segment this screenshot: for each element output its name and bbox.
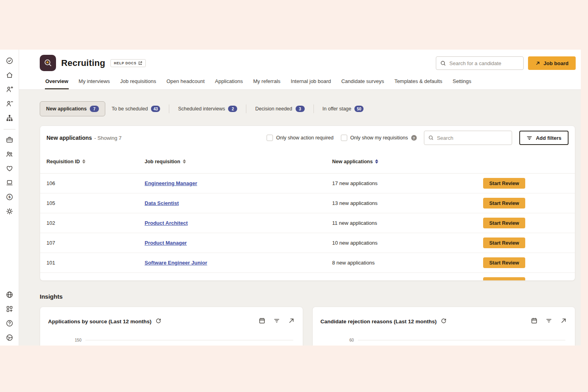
column-new-applications[interactable]: New applications — [332, 159, 483, 164]
table-row: 101 Software Engineer Junior 8 new appli… — [40, 253, 575, 273]
filter-icon[interactable] — [273, 317, 280, 325]
home-icon[interactable] — [3, 69, 16, 81]
gridline — [85, 340, 293, 340]
briefcase-icon[interactable] — [3, 133, 16, 146]
sort-icon[interactable] — [183, 159, 186, 164]
start-review-button[interactable]: Start Review — [483, 218, 525, 228]
table-toolbar: New applications - Showing 7 Only show a… — [40, 126, 575, 150]
column-requisition-id[interactable]: Requisition ID — [46, 159, 145, 164]
requisition-id: 106 — [46, 180, 145, 186]
help-icon[interactable] — [3, 317, 16, 330]
heart-icon[interactable] — [3, 162, 16, 175]
table-header-row: Requisition ID Job requisition New appli… — [40, 150, 575, 174]
table-search-input[interactable] — [437, 135, 501, 141]
checkbox-action-required[interactable]: Only show action required — [267, 135, 334, 141]
apps-add-icon[interactable] — [3, 303, 16, 315]
tab-candidate-surveys[interactable]: Candidate surveys — [341, 75, 385, 89]
table-row: 106 Engineering Manager 17 new applicati… — [40, 174, 575, 193]
new-applications-count: 8 new applications — [332, 260, 483, 266]
help-docs-label: HELP DOCS — [114, 61, 137, 65]
user-remove-icon[interactable] — [3, 97, 16, 110]
stage-in-offer-stage[interactable]: In offer stage 50 — [316, 101, 370, 116]
stage-new-applications[interactable]: New applications 7 — [40, 101, 105, 116]
add-filters-button[interactable]: Add filters — [519, 131, 569, 145]
stage-count-badge: 50 — [354, 106, 364, 112]
gear-icon[interactable] — [3, 205, 16, 218]
calendar-icon[interactable] — [531, 317, 538, 325]
filter-icon[interactable] — [545, 317, 552, 325]
chart-title: Candidate rejection reasons (Last 12 mon… — [321, 319, 437, 324]
tab-templates-defaults[interactable]: Templates & defaults — [394, 75, 443, 89]
stage-divider — [246, 104, 246, 113]
stage-decision-needed[interactable]: Decision needed 3 — [249, 101, 311, 116]
content-area: New applications 7 To be scheduled 43 Sc… — [19, 90, 581, 346]
tab-my-interviews[interactable]: My interviews — [78, 75, 110, 89]
tab-settings[interactable]: Settings — [452, 75, 472, 89]
gridline — [358, 340, 566, 340]
stage-to-be-scheduled[interactable]: To be scheduled 43 — [105, 101, 166, 116]
job-requisition-link[interactable]: Data Scientist — [145, 200, 179, 206]
brand: Recruiting HELP DOCS — [40, 55, 146, 71]
stage-scheduled-interviews[interactable]: Scheduled interviews 2 — [172, 101, 244, 116]
checkbox-my-requisitions[interactable]: Only show my requisitions — [341, 135, 408, 141]
table-row: 107 Product Manager 10 new applications … — [40, 233, 575, 253]
job-requisition-link[interactable]: Product Architect — [145, 220, 188, 226]
candidate-search-input[interactable] — [449, 60, 513, 66]
column-job-requisition[interactable]: Job requisition — [145, 159, 332, 164]
question-tooltip-icon[interactable]: ? — [411, 135, 417, 141]
tab-internal-job-board[interactable]: Internal job board — [290, 75, 331, 89]
arrow-up-right-icon — [535, 61, 540, 66]
laptop-icon[interactable] — [3, 176, 16, 189]
refresh-icon[interactable] — [441, 318, 447, 325]
checkbox-label: Only show my requisitions — [350, 135, 408, 141]
user-add-icon[interactable] — [3, 83, 16, 96]
tab-open-headcount[interactable]: Open headcount — [166, 75, 205, 89]
globe-icon[interactable] — [3, 288, 16, 301]
help-docs-button[interactable]: HELP DOCS — [110, 59, 146, 67]
search-icon — [440, 60, 446, 66]
expand-icon[interactable] — [288, 317, 295, 325]
app-window: $ Recruiting HELP DOCS — [0, 50, 581, 346]
world-icon[interactable] — [3, 331, 16, 344]
y-axis-tick: 150 — [71, 338, 81, 342]
search-icon — [428, 135, 434, 141]
checkbox-box[interactable] — [341, 135, 347, 141]
app-header: Recruiting HELP DOCS Job board Overview … — [19, 50, 581, 90]
new-applications-count: 17 new applications — [332, 180, 483, 186]
job-board-label: Job board — [544, 60, 569, 66]
start-review-button[interactable]: Start Review — [483, 277, 525, 281]
new-applications-count: 10 new applications — [332, 240, 483, 246]
tab-my-referrals[interactable]: My referrals — [253, 75, 281, 89]
checkbox-label: Only show action required — [276, 135, 334, 141]
org-chart-icon[interactable] — [3, 112, 16, 124]
stage-filter-row: New applications 7 To be scheduled 43 Sc… — [40, 101, 575, 116]
page-background: $ Recruiting HELP DOCS — [0, 0, 588, 392]
tab-overview[interactable]: Overview — [45, 75, 69, 89]
requisition-id: 101 — [46, 260, 145, 266]
calendar-icon[interactable] — [259, 317, 265, 325]
refresh-icon[interactable] — [155, 318, 161, 325]
start-review-button[interactable]: Start Review — [483, 198, 525, 209]
sort-icon[interactable] — [82, 159, 85, 164]
dollar-icon[interactable]: $ — [3, 191, 16, 203]
job-requisition-link[interactable]: Engineering Manager — [145, 180, 197, 186]
job-requisition-link[interactable]: Software Engineer Junior — [145, 260, 207, 266]
check-circle-icon[interactable] — [3, 54, 16, 67]
start-review-button[interactable]: Start Review — [483, 238, 525, 248]
tab-applications[interactable]: Applications — [215, 75, 243, 89]
job-board-button[interactable]: Job board — [528, 56, 576, 70]
sort-icon-active[interactable] — [375, 159, 378, 164]
people-icon[interactable] — [3, 148, 16, 160]
stage-count-badge: 7 — [90, 106, 99, 112]
requisition-id: 102 — [46, 220, 145, 226]
stage-count-badge: 43 — [151, 106, 160, 112]
tab-job-requisitions[interactable]: Job requisitions — [120, 75, 157, 89]
start-review-button[interactable]: Start Review — [483, 178, 525, 189]
table-subtitle: - Showing 7 — [94, 135, 122, 141]
stage-divider — [169, 104, 169, 113]
job-requisition-link[interactable]: Product Manager — [145, 240, 187, 246]
start-review-button[interactable]: Start Review — [483, 257, 525, 268]
expand-icon[interactable] — [560, 317, 567, 325]
checkbox-box[interactable] — [267, 135, 273, 141]
stage-label: In offer stage — [323, 106, 352, 112]
